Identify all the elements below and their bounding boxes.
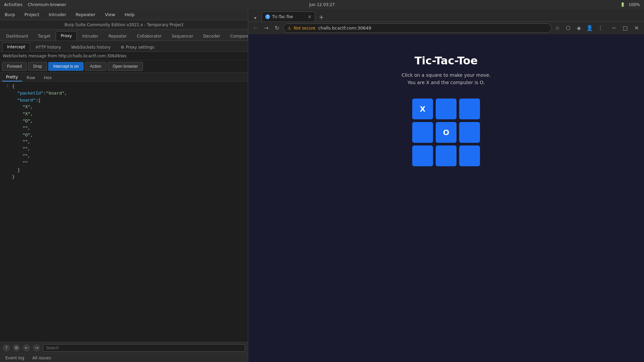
settings-icon[interactable]: ⚙ (13, 344, 20, 352)
code-line-6: "O", (0, 118, 248, 125)
code-editor[interactable]: 1 { "packetId":"board", "board":[ "X", "… (0, 82, 248, 342)
menu-burp[interactable]: Burp (3, 11, 17, 18)
ttt-cell-5[interactable] (459, 122, 480, 143)
datetime: Jun 12 03:27 (309, 2, 335, 7)
security-warning-icon: ⚠ (287, 26, 291, 31)
nav-tab-dashboard[interactable]: Dashboard (1, 32, 33, 41)
ttt-cell-8[interactable] (459, 145, 480, 166)
nav-tab-comparer[interactable]: Comparer (226, 32, 248, 41)
ttt-cell-0[interactable]: X (412, 99, 433, 119)
proxy-tab-intercept[interactable]: Intercept (2, 43, 30, 51)
nav-tab-target[interactable]: Target (33, 32, 55, 41)
address-bar[interactable]: ⚠ Not secure challs.bcactf.com:30649 (283, 23, 551, 33)
code-line-1: 1 { (0, 83, 248, 90)
forward-button[interactable]: Forward (2, 62, 27, 71)
nav-tab-repeater[interactable]: Repeater (104, 32, 131, 41)
code-line-14: } (0, 174, 248, 181)
tab-collapse-icon[interactable]: ◂ (251, 13, 259, 21)
game-title: Tic-Tac-Toe (415, 54, 478, 67)
code-line-9: "", (0, 139, 248, 146)
bookmark-star-icon[interactable]: ☆ (553, 23, 562, 33)
forward-nav-icon[interactable]: → (33, 344, 40, 352)
battery-icon: 🔋 (620, 2, 625, 7)
forward-button[interactable]: → (262, 23, 271, 33)
ttt-cell-4[interactable]: O (436, 122, 457, 143)
browser-toolbar: ← → ↻ ⚠ Not secure challs.bcactf.com:306… (248, 21, 644, 34)
extensions-icon[interactable]: ⬡ (564, 23, 573, 33)
nav-tab-sequencer[interactable]: Sequencer (167, 32, 198, 41)
burp-panel: Burp Project Intruder Repeater View Help… (0, 9, 248, 362)
proxy-tabs: Intercept HTTP history WebSockets histor… (0, 41, 248, 52)
proxy-tab-http-history[interactable]: HTTP history (31, 43, 66, 51)
proxy-tab-websockets-history[interactable]: WebSockets history (66, 43, 115, 51)
menu-view[interactable]: View (103, 11, 117, 18)
activities-label[interactable]: Activities (4, 2, 22, 7)
new-tab-button[interactable]: + (317, 12, 326, 21)
nav-tab-decoder[interactable]: Decoder (199, 32, 225, 41)
burp-title: Burp Suite Community Edition v2021.x - T… (0, 20, 248, 29)
browser-tab-bar: ◂ T Tic-Tac-Toe ✕ + (248, 9, 644, 21)
ttt-cell-2[interactable] (459, 99, 480, 119)
all-issues-label[interactable]: All issues (32, 356, 51, 360)
browser-tab-tictactoe[interactable]: T Tic-Tac-Toe ✕ (262, 11, 315, 21)
minimize-button[interactable]: ─ (609, 23, 619, 33)
intercept-toolbar: Forward Drop Intercept is on Action Open… (0, 60, 248, 72)
event-log-label[interactable]: Event log (5, 356, 24, 360)
code-line-13: ] (0, 167, 248, 174)
burp-extension-icon[interactable]: ◈ (574, 23, 584, 33)
code-line-12: "" (0, 160, 248, 167)
burp-nav: Dashboard Target Proxy Intruder Repeater… (0, 29, 248, 41)
content-tabs: Pretty Raw Hex (0, 72, 248, 82)
content-tab-hex[interactable]: Hex (40, 74, 56, 81)
menu-repeater[interactable]: Repeater (74, 11, 98, 18)
back-button[interactable]: ← (251, 23, 260, 33)
ttt-grid: X O (412, 99, 480, 166)
browser-content: Tic-Tac-Toe Click on a square to make yo… (248, 34, 644, 362)
action-button[interactable]: Action (85, 62, 106, 71)
code-line-2: "packetId":"board", (0, 90, 248, 97)
code-line-10: "", (0, 146, 248, 153)
proxy-settings-label: Proxy settings (126, 45, 154, 50)
browser-panel: ◂ T Tic-Tac-Toe ✕ + ← → ↻ ⚠ Not secure c… (248, 9, 644, 362)
proxy-settings-tab[interactable]: ⚙ Proxy settings (116, 43, 159, 51)
tab-close-button[interactable]: ✕ (308, 14, 312, 19)
code-line-4: "X", (0, 104, 248, 111)
content-tab-pretty[interactable]: Pretty (2, 73, 22, 81)
nav-tab-collaborator[interactable]: Collaborator (132, 32, 166, 41)
reload-button[interactable]: ↻ (272, 23, 282, 33)
menu-dots-icon[interactable]: ⋮ (596, 23, 605, 33)
ttt-cell-7[interactable] (436, 145, 457, 166)
close-window-button[interactable]: ✕ (632, 23, 641, 33)
tab-label: Tic-Tac-Toe (272, 14, 293, 19)
system-bar: Activities Chromium-browser Jun 12 03:27… (0, 0, 644, 9)
open-browser-button[interactable]: Open browser (108, 62, 143, 71)
drop-button[interactable]: Drop (28, 62, 47, 71)
burp-menubar: Burp Project Intruder Repeater View Help (0, 9, 248, 20)
url-text: challs.bcactf.com:30649 (318, 25, 371, 31)
maximize-button[interactable]: □ (621, 23, 630, 33)
nav-tab-proxy[interactable]: Proxy (56, 31, 77, 41)
ttt-cell-1[interactable] (436, 99, 457, 119)
menu-project[interactable]: Project (22, 11, 41, 18)
bottom-bar: ? ⚙ ← → (0, 342, 248, 353)
ttt-cell-6[interactable] (412, 145, 433, 166)
help-icon[interactable]: ? (3, 344, 10, 352)
ttt-cell-3[interactable] (412, 122, 433, 143)
code-line-8: "O", (0, 132, 248, 139)
tab-favicon: T (265, 14, 270, 19)
code-line-11: "", (0, 153, 248, 160)
app-name: Chromium-browser (28, 2, 66, 7)
main-container: Burp Project Intruder Repeater View Help… (0, 9, 644, 362)
battery-label: 100% (629, 2, 640, 7)
code-line-7: "", (0, 125, 248, 132)
browser-chrome: ◂ T Tic-Tac-Toe ✕ + ← → ↻ ⚠ Not secure c… (248, 9, 644, 34)
search-input[interactable] (43, 344, 245, 352)
menu-intruder[interactable]: Intruder (47, 11, 68, 18)
back-icon[interactable]: ← (23, 344, 30, 352)
intercept-toggle-button[interactable]: Intercept is on (48, 62, 84, 71)
content-tab-raw[interactable]: Raw (23, 74, 39, 81)
nav-tab-intruder[interactable]: Intruder (77, 32, 103, 41)
menu-help[interactable]: Help (123, 11, 137, 18)
profile-icon[interactable]: 👤 (585, 23, 594, 33)
toolbar-actions: ☆ ⬡ ◈ 👤 ⋮ (553, 23, 605, 33)
